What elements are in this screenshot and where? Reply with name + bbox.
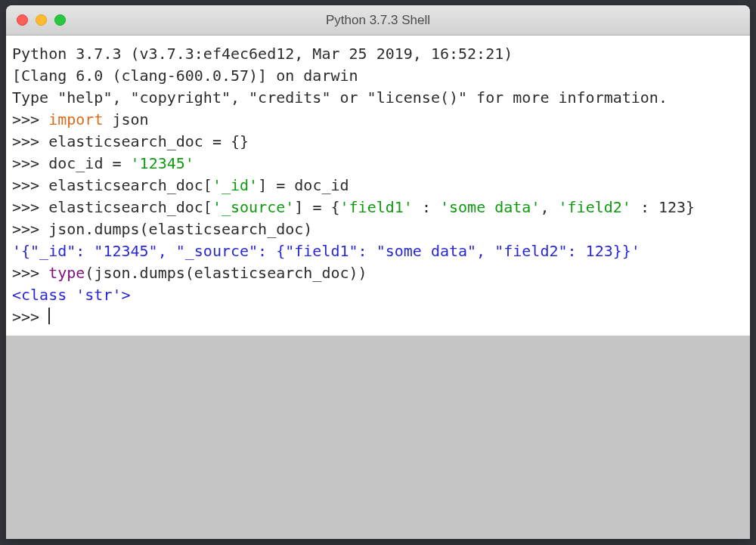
cursor-icon bbox=[48, 308, 50, 324]
window-title: Python 3.7.3 Shell bbox=[6, 13, 750, 28]
code-text: doc_id = bbox=[48, 154, 130, 172]
output-line: '{"_id": "12345", "_source": {"field1": … bbox=[12, 242, 640, 260]
prompt: >>> bbox=[12, 110, 48, 129]
prompt: >>> bbox=[12, 308, 48, 326]
code-text: : bbox=[413, 198, 440, 216]
code-text: json.dumps(elasticsearch_doc) bbox=[48, 220, 312, 238]
prompt: >>> bbox=[12, 176, 48, 194]
maximize-icon[interactable] bbox=[54, 14, 66, 26]
string-literal: 'field2' bbox=[559, 198, 631, 216]
banner-line: Type "help", "copyright", "credits" or "… bbox=[12, 88, 668, 107]
code-text: json bbox=[103, 110, 148, 129]
output-line: <class 'str'> bbox=[12, 286, 131, 304]
code-text: , bbox=[540, 198, 558, 216]
code-text: elasticsearch_doc = {} bbox=[48, 132, 249, 150]
traffic-lights bbox=[17, 14, 66, 26]
banner-line: [Clang 6.0 (clang-600.0.57)] on darwin bbox=[12, 67, 358, 85]
string-literal: 'some data' bbox=[440, 198, 540, 216]
prompt: >>> bbox=[12, 154, 48, 172]
close-icon[interactable] bbox=[17, 14, 28, 26]
prompt: >>> bbox=[12, 264, 48, 282]
code-text: elasticsearch_doc[ bbox=[48, 198, 212, 216]
titlebar: Python 3.7.3 Shell bbox=[6, 5, 750, 36]
code-text: : 123} bbox=[631, 198, 695, 216]
code-text: elasticsearch_doc[ bbox=[48, 176, 212, 194]
string-literal: '_id' bbox=[212, 176, 258, 194]
code-text: ] = { bbox=[294, 198, 339, 216]
idle-window: Python 3.7.3 Shell Python 3.7.3 (v3.7.3:… bbox=[6, 5, 750, 539]
code-text: ] = doc_id bbox=[258, 176, 349, 194]
banner-line: Python 3.7.3 (v3.7.3:ef4ec6ed12, Mar 25 … bbox=[12, 45, 522, 63]
code-text: (json.dumps(elasticsearch_doc)) bbox=[85, 264, 367, 282]
minimize-icon[interactable] bbox=[36, 14, 47, 26]
string-literal: '12345' bbox=[131, 154, 194, 172]
shell-output[interactable]: Python 3.7.3 (v3.7.3:ef4ec6ed12, Mar 25 … bbox=[6, 36, 750, 336]
prompt: >>> bbox=[12, 132, 48, 150]
string-literal: '_source' bbox=[212, 198, 294, 216]
string-literal: 'field1' bbox=[340, 198, 413, 216]
prompt: >>> bbox=[12, 198, 48, 216]
builtin-type: type bbox=[48, 264, 85, 282]
keyword-import: import bbox=[48, 110, 103, 129]
prompt: >>> bbox=[12, 220, 48, 238]
